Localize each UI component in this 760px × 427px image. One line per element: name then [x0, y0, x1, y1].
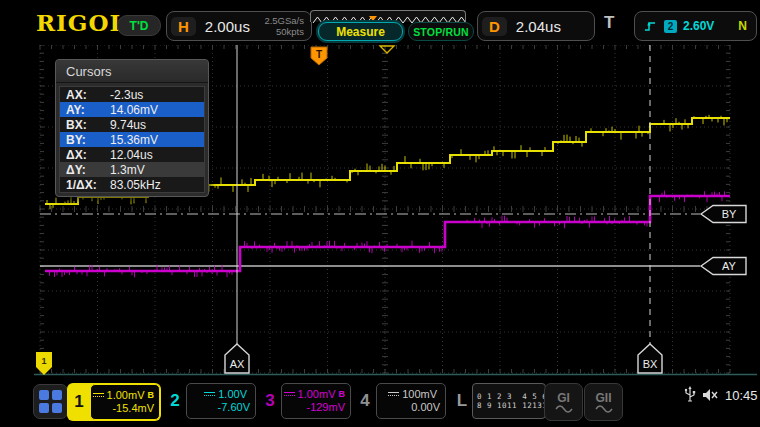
- sweep-mode: N: [738, 19, 747, 33]
- bw-limit-badge: B: [148, 389, 155, 402]
- cursor-row-value: 15.36mV: [110, 133, 204, 147]
- record-bar[interactable]: [310, 10, 466, 22]
- channel-scale: 1.00mV: [107, 389, 145, 402]
- svg-text:T: T: [316, 49, 322, 60]
- stop-run-button[interactable]: STOP/RUN: [408, 22, 474, 41]
- channel-settings: 1.00mVB -15.4mV: [90, 384, 160, 420]
- measure-button[interactable]: Measure: [318, 22, 403, 41]
- acquisition-info: 2.5GSa/s 50kpts: [264, 15, 304, 37]
- svg-text:BX: BX: [643, 358, 658, 370]
- clock: 10:45: [725, 388, 758, 403]
- channel-3-block[interactable]: 3 1.00mVB -129mV: [259, 383, 351, 419]
- trigger-position-marker[interactable]: T: [311, 47, 327, 65]
- dc-coupling-icon: [93, 393, 104, 399]
- trigger-block[interactable]: 2 2.60V N: [634, 11, 757, 41]
- trigger-label: T: [604, 13, 614, 33]
- sine-icon: [595, 404, 613, 413]
- cursor-row-label: ΔX:: [60, 148, 110, 162]
- channel-offset: -7.60V: [218, 401, 250, 414]
- digital-label: L: [452, 383, 472, 419]
- cursor-row-label: BY:: [60, 133, 110, 147]
- generator-label: GII: [595, 392, 611, 404]
- svg-text:AY: AY: [722, 260, 737, 272]
- cursor-row-label: BX:: [60, 118, 110, 132]
- menu-button[interactable]: [33, 384, 68, 419]
- dc-coupling-icon: [388, 392, 399, 398]
- channel-scale: 1.00mV: [298, 388, 336, 401]
- svg-text:AX: AX: [230, 358, 245, 370]
- cursor-row-value: 9.74us: [110, 118, 204, 132]
- generator-label: GI: [557, 392, 570, 404]
- channel-scale: 1.00V: [218, 388, 247, 401]
- rigol-logo: RIGOL: [36, 9, 127, 36]
- svg-text:BY: BY: [722, 208, 737, 220]
- delay-value: 2.04us: [516, 18, 561, 35]
- cursor-row-freq: 1/ΔX:83.05kHz: [60, 177, 204, 192]
- cursor-row-label: AX:: [60, 88, 110, 102]
- timebase-value: 2.00us: [205, 18, 250, 35]
- cursor-row-value: 1.3mV: [110, 163, 204, 177]
- cursor-row-ax: AX:-2.3us: [60, 87, 204, 102]
- usb-icon: [684, 386, 696, 404]
- cursor-ay-badge[interactable]: AY: [701, 258, 746, 275]
- cursor-row-label: 1/ΔX:: [60, 178, 110, 192]
- channel-scale: 100mV: [402, 388, 437, 401]
- menu-grid-icon: [39, 390, 62, 413]
- cursors-panel[interactable]: Cursors AX:-2.3us AY:14.06mV BX:9.74us B…: [55, 59, 209, 197]
- cursor-row-value: 83.05kHz: [110, 178, 204, 192]
- cursor-row-value: 14.06mV: [110, 103, 204, 117]
- horizontal-block[interactable]: H 2.00us 2.5GSa/s 50kpts: [166, 11, 312, 41]
- rising-edge-icon: [643, 19, 657, 33]
- cursor-row-bx: BX:9.74us: [60, 117, 204, 132]
- cursor-rows: AX:-2.3us AY:14.06mV BX:9.74us BY:15.36m…: [59, 86, 205, 193]
- delay-block[interactable]: D 2.04us: [477, 11, 595, 41]
- sine-icon: [555, 404, 573, 413]
- dc-coupling-icon: [284, 392, 295, 398]
- digital-block[interactable]: L 0 1 2 3 4 5 6 7 8 9 1011 12131415: [452, 383, 546, 419]
- bw-limit-badge: B: [339, 388, 346, 401]
- cursor-by-badge[interactable]: BY: [701, 206, 746, 223]
- cursor-row-value: 12.04us: [110, 148, 204, 162]
- horizontal-position-marker[interactable]: [380, 46, 394, 53]
- cursor-row-label: AY:: [60, 103, 110, 117]
- cursors-panel-title: Cursors: [56, 60, 208, 83]
- cursor-row-ay: AY:14.06mV: [60, 102, 204, 117]
- generator-2-button[interactable]: GII: [584, 383, 623, 421]
- trigger-status-badge: T'D: [117, 15, 161, 36]
- cursor-row-dx: ΔX:12.04us: [60, 147, 204, 162]
- svg-text:1: 1: [41, 356, 46, 366]
- channel-2-block[interactable]: 2 1.00V -7.60V: [164, 383, 256, 419]
- oscilloscope-screen: AXBXBYAYT1 RIGOL T'D H 2.00us 2.5GSa/s 5…: [0, 0, 760, 427]
- memory-depth: 50kpts: [276, 26, 304, 37]
- channel-number: 2: [164, 383, 186, 419]
- dc-coupling-icon: [204, 392, 215, 398]
- channel-settings: 1.00mVB -129mV: [281, 383, 351, 419]
- digital-channels: 0 1 2 3 4 5 6 7 8 9 1011 12131415: [472, 383, 546, 419]
- generator-1-button[interactable]: GI: [544, 383, 583, 421]
- channel-settings: 100mV 0.00V: [376, 383, 446, 419]
- top-bar: RIGOL T'D H 2.00us 2.5GSa/s 50kpts Measu…: [0, 0, 760, 45]
- bottom-bar: 1 1.00mVB -15.4mV 2 1.00V -7.60V 3 1.00m…: [0, 376, 760, 427]
- ch1-position-marker[interactable]: 1: [36, 352, 52, 375]
- channel-settings: 1.00V -7.60V: [186, 383, 256, 419]
- trigger-level: 2.60V: [683, 19, 714, 33]
- channel-number: 4: [354, 383, 376, 419]
- cursor-row-dy: ΔY:1.3mV: [60, 162, 204, 177]
- cursor-row-by: BY:15.36mV: [60, 132, 204, 147]
- cursor-row-label: ΔY:: [60, 163, 110, 177]
- channel-offset: -15.4mV: [112, 402, 154, 415]
- sample-rate: 2.5GSa/s: [264, 15, 304, 26]
- channel-4-block[interactable]: 4 100mV 0.00V: [354, 383, 446, 419]
- h-label: H: [171, 17, 196, 36]
- cursor-bx-badge[interactable]: BX: [638, 344, 662, 373]
- channel-1-block[interactable]: 1 1.00mVB -15.4mV: [67, 383, 161, 421]
- digital-row-2: 8 9 1011 12131415: [477, 401, 541, 410]
- d-label: D: [482, 17, 507, 36]
- cursor-ax-badge[interactable]: AX: [225, 344, 249, 373]
- trigger-source-badge: 2: [664, 20, 677, 33]
- channel-number: 3: [259, 383, 281, 419]
- channel-number: 1: [68, 384, 90, 420]
- cursor-row-value: -2.3us: [110, 88, 204, 102]
- speaker-muted-icon: [702, 388, 719, 402]
- digital-row-1: 0 1 2 3 4 5 6 7: [477, 392, 541, 401]
